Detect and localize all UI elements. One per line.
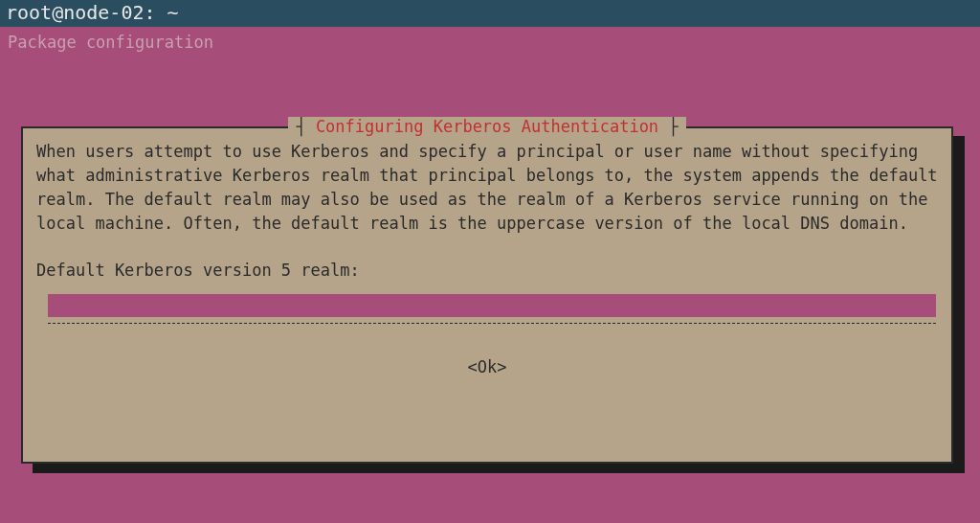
window-titlebar: root@node-02: ~ [0,0,980,27]
prompt-label: Default Kerberos version 5 realm: [36,259,938,283]
dialog-title: Configuring Kerberos Authentication [288,117,685,136]
ok-button[interactable]: <Ok> [36,355,938,379]
window-title: root@node-02: ~ [6,1,179,24]
page-header: Package configuration [0,27,980,57]
dialog-title-wrap: Configuring Kerberos Authentication [23,117,951,136]
config-dialog: Configuring Kerberos Authentication When… [21,126,953,464]
input-underline [48,323,936,330]
terminal-area: Package configuration Configuring Kerber… [0,27,980,523]
realm-input[interactable] [48,294,936,317]
dialog-description: When users attempt to use Kerberos and s… [36,140,938,236]
dialog-body: When users attempt to use Kerberos and s… [23,128,951,389]
